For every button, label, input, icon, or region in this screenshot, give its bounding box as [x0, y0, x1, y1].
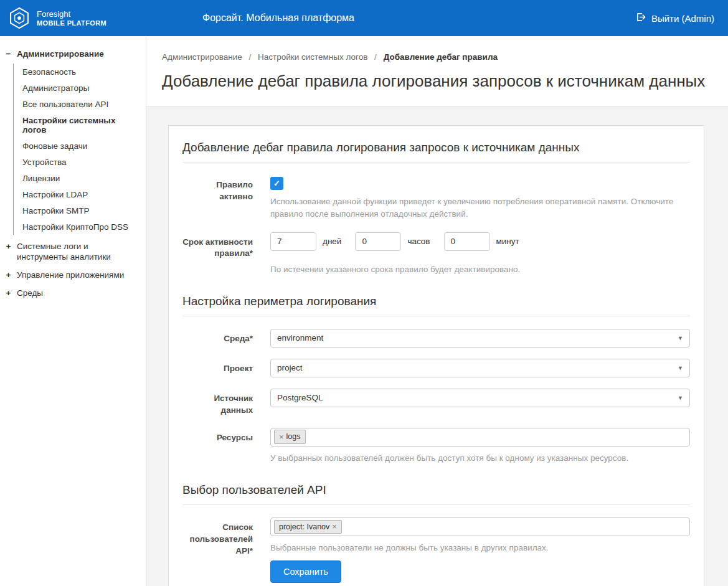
breadcrumb-administration[interactable]: Администрирование	[162, 52, 242, 62]
app-title: Форсайт. Мобильная платформа	[202, 12, 354, 24]
hours-input[interactable]	[355, 232, 401, 251]
required-mark: *	[250, 546, 253, 555]
remove-tag-icon[interactable]: ×	[332, 522, 337, 531]
resources-input[interactable]: × logs	[270, 428, 690, 447]
rule-active-row: Правило активно ✓ Использование данной ф…	[182, 175, 690, 221]
datasource-row: Источник данных PostgreSQL ▼	[182, 389, 690, 417]
logo-line2: MOBILE PLATFORM	[37, 19, 106, 27]
logout-label: Выйти (Admin)	[651, 13, 714, 24]
environment-row: Среда* environment ▼	[182, 329, 690, 347]
content-body: Добавление дебаг правила логирования зап…	[146, 106, 728, 586]
section-title-api-users: Выбор пользователей API	[182, 483, 690, 505]
debug-rule-form-card: Добавление дебаг правила логирования зап…	[168, 125, 704, 586]
sidebar-item-label: Администрирование	[17, 49, 104, 59]
breadcrumb-separator: /	[249, 52, 252, 62]
sidebar-item-app-management[interactable]: + Управление приложениями	[5, 266, 141, 284]
environment-select[interactable]: environment ▼	[270, 329, 690, 347]
rule-active-label: Правило активно	[182, 175, 253, 221]
expand-icon[interactable]: +	[5, 270, 12, 280]
chevron-down-icon: ▼	[678, 395, 683, 401]
required-mark: *	[250, 248, 253, 258]
minutes-unit-label: минут	[496, 237, 519, 246]
sidebar-item-label: Управление приложениями	[17, 270, 124, 280]
sidebar-item-cryptopro-dss-settings[interactable]: Настройки КриптоПро DSS	[22, 219, 141, 235]
breadcrumb-current-page: Добавление дебаг правила	[384, 52, 498, 62]
breadcrumb: Администрирование / Настройки системных …	[162, 52, 712, 62]
datasource-label: Источник данных	[182, 389, 253, 417]
api-users-input[interactable]: project: Ivanov ×	[270, 517, 690, 536]
resources-help: У выбранных пользователей должен быть до…	[270, 452, 690, 465]
section-title-add-rule: Добавление дебаг правила логирования зап…	[182, 141, 690, 163]
save-button[interactable]: Сохранить	[270, 560, 341, 583]
sidebar-item-smtp-settings[interactable]: Настройки SMTP	[22, 202, 141, 219]
project-row: Проект project ▼	[182, 359, 690, 377]
sidebar-item-label: Системные логи и инструменты аналитики	[17, 241, 141, 262]
api-users-label: Список пользователей API*	[182, 517, 253, 583]
required-mark: *	[250, 334, 253, 343]
resources-row: Ресурсы × logs У выбранных пользователей…	[182, 428, 690, 465]
chevron-down-icon: ▼	[678, 365, 683, 371]
api-user-tag-label: project: Ivanov	[279, 522, 329, 532]
api-user-tag: project: Ivanov ×	[274, 520, 342, 534]
logo-line1: Foresight	[37, 9, 106, 19]
expand-icon[interactable]: +	[5, 288, 12, 298]
content-header: Администрирование / Настройки системных …	[146, 36, 728, 106]
datasource-select-value: PostgreSQL	[277, 393, 323, 402]
foresight-logo-icon	[7, 6, 31, 30]
sidebar-item-licenses[interactable]: Лицензии	[22, 170, 141, 186]
duration-label: Срок активности правила*	[182, 232, 253, 276]
remove-tag-icon[interactable]: ×	[279, 433, 284, 441]
breadcrumb-separator: /	[374, 52, 377, 62]
rule-active-checkbox[interactable]: ✓	[270, 177, 283, 190]
sidebar-item-administrators[interactable]: Администраторы	[22, 80, 141, 96]
rule-active-help: Использование данной функции приведет к …	[270, 196, 690, 221]
resources-label: Ресурсы	[182, 428, 253, 465]
minutes-input[interactable]	[444, 232, 490, 251]
sidebar-item-security[interactable]: Безопасность	[22, 64, 141, 80]
sidebar-item-administration[interactable]: − Администрирование	[5, 45, 141, 63]
sidebar-item-system-logs-settings[interactable]: Настройки системных логов	[22, 112, 141, 138]
top-header: Foresight MOBILE PLATFORM Форсайт. Мобил…	[0, 0, 728, 36]
project-label: Проект	[182, 359, 253, 377]
collapse-icon[interactable]: −	[5, 49, 12, 59]
environment-label: Среда*	[182, 329, 253, 347]
days-input[interactable]	[270, 232, 316, 251]
project-select-value: project	[277, 363, 303, 372]
sidebar-item-background-tasks[interactable]: Фоновые задачи	[22, 138, 141, 154]
main-content: Администрирование / Настройки системных …	[146, 36, 728, 586]
datasource-select[interactable]: PostgreSQL ▼	[270, 389, 690, 407]
hours-unit-label: часов	[407, 237, 430, 246]
logout-icon	[635, 12, 646, 24]
api-users-row: Список пользователей API* project: Ivano…	[182, 517, 690, 583]
sidebar-item-devices[interactable]: Устройства	[22, 154, 141, 170]
app-logo: Foresight MOBILE PLATFORM	[0, 6, 140, 30]
sidebar-item-ldap-settings[interactable]: Настройки LDAP	[22, 186, 141, 202]
breadcrumb-system-logs-settings[interactable]: Настройки системных логов	[258, 52, 367, 62]
environment-select-value: environment	[277, 333, 323, 343]
duration-row: Срок активности правила* дней часов мину…	[182, 232, 690, 276]
check-icon: ✓	[273, 179, 280, 188]
resource-tag-label: logs	[286, 432, 301, 442]
duration-fields: дней часов минут	[270, 232, 690, 251]
sidebar: − Администрирование Безопасность Админис…	[0, 36, 146, 586]
days-unit-label: дней	[323, 237, 341, 246]
logout-button[interactable]: Выйти (Admin)	[635, 12, 714, 24]
resource-tag: × logs	[274, 430, 306, 443]
administration-children: Безопасность Администраторы Все пользова…	[13, 64, 141, 235]
api-users-help: Выбранные пользователи не должны быть ук…	[270, 542, 690, 554]
duration-help: По истечении указанного срока правило бу…	[270, 263, 690, 276]
section-title-perimeter: Настройка периметра логирования	[182, 295, 690, 316]
project-select[interactable]: project ▼	[270, 359, 690, 377]
sidebar-item-environments[interactable]: + Среды	[5, 284, 141, 302]
sidebar-item-api-users[interactable]: Все пользователи API	[22, 96, 141, 112]
sidebar-item-system-logs-analytics[interactable]: + Системные логи и инструменты аналитики	[5, 237, 141, 266]
page-title: Добавление дебаг правила логирования зап…	[162, 72, 712, 91]
sidebar-item-label: Среды	[17, 288, 43, 298]
chevron-down-icon: ▼	[678, 335, 683, 341]
expand-icon[interactable]: +	[5, 241, 12, 252]
